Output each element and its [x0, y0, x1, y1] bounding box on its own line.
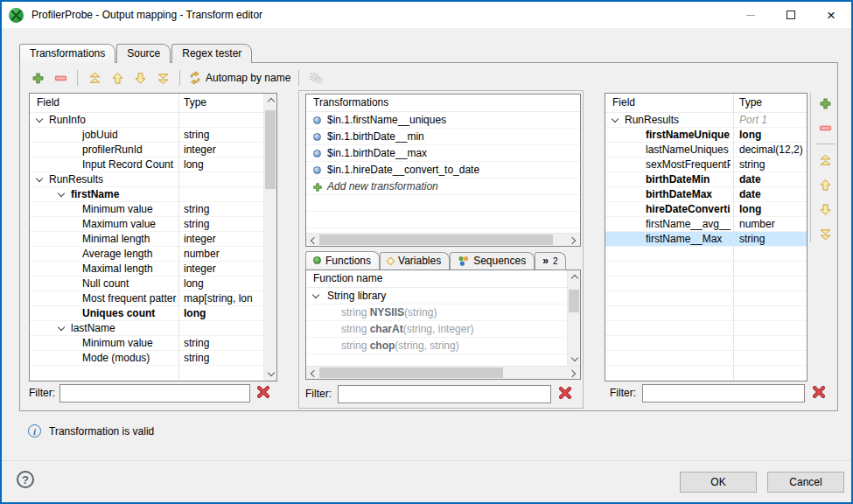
move-top-button[interactable] — [86, 69, 103, 87]
field-row[interactable]: Minimum valuestring — [30, 336, 263, 351]
field-row[interactable]: firstName__Maxstring — [605, 232, 807, 247]
cancel-button[interactable]: Cancel — [767, 472, 844, 493]
function-row[interactable]: string NYSIIS(string) — [306, 304, 567, 321]
tab-functions[interactable]: Functions — [305, 251, 380, 270]
function-library-row[interactable]: String library — [306, 288, 567, 304]
function-row[interactable]: string chop(string, string) — [306, 338, 567, 354]
chevron-down-icon[interactable] — [58, 324, 65, 331]
add-output-field-button[interactable] — [817, 94, 835, 112]
tab-overflow[interactable]: »2 — [535, 252, 566, 270]
tab-sequences[interactable]: Sequences — [450, 252, 535, 270]
tab-variables[interactable]: Variables — [380, 252, 450, 270]
transformation-item[interactable]: $in.1.firstName__uniques — [306, 112, 580, 129]
vertical-scrollbar[interactable] — [567, 270, 580, 366]
field-row[interactable]: firstNameUniquelong — [605, 128, 807, 143]
field-row[interactable]: birthDateMindate — [605, 172, 807, 187]
transformation-item[interactable]: $in.1.hireDate__convert_to_date — [306, 162, 580, 178]
transformation-icon — [313, 166, 321, 174]
field-row[interactable]: Null countlong — [30, 276, 263, 291]
field-row[interactable]: Maximal lengthinteger — [30, 262, 263, 276]
chevron-down-icon[interactable] — [36, 175, 43, 182]
clear-filter-button[interactable] — [559, 387, 573, 401]
gears-icon — [308, 71, 324, 85]
transformation-item[interactable]: $in.1.birthDate__min — [306, 129, 580, 145]
source-table-header: Field Type — [30, 94, 276, 113]
empty-row — [605, 276, 807, 291]
chevron-down-icon[interactable] — [58, 190, 65, 197]
field-row[interactable]: Maximum valuestring — [30, 217, 263, 232]
field-row[interactable]: Uniques countlong — [30, 306, 263, 321]
move-up-button[interactable] — [108, 69, 126, 87]
move-bottom-button[interactable] — [817, 225, 835, 242]
field-row[interactable]: hireDateConvertilong — [605, 202, 807, 217]
status-message: Transformation is valid — [49, 425, 154, 438]
field-name: RunResults — [49, 172, 211, 186]
scrollbar-thumb[interactable] — [319, 234, 553, 245]
minimize-button[interactable] — [731, 2, 771, 28]
scrollbar-thumb[interactable] — [569, 290, 579, 312]
source-filter-input[interactable] — [59, 384, 250, 402]
maximize-button[interactable] — [771, 2, 811, 28]
chevron-down-icon[interactable] — [612, 116, 619, 122]
plus-icon — [31, 72, 45, 85]
add-field-button[interactable] — [29, 69, 46, 87]
return-type: string — [341, 323, 370, 335]
remove-output-field-button[interactable] — [817, 119, 835, 136]
move-down-button[interactable] — [131, 69, 149, 87]
toolbar-separator — [298, 70, 299, 86]
remove-field-button[interactable] — [52, 69, 69, 87]
arrow-up-icon — [819, 178, 832, 192]
scroll-up-icon — [267, 98, 274, 105]
chevron-down-icon[interactable] — [312, 291, 319, 298]
field-row[interactable]: profilerRunIdinteger — [30, 143, 263, 158]
field-row[interactable]: RunInfo — [30, 113, 263, 128]
help-button[interactable]: ? — [17, 471, 34, 488]
vertical-scrollbar[interactable] — [263, 94, 276, 381]
field-row[interactable]: lastNameUniquesdecimal(12,2) — [605, 143, 807, 158]
field-row[interactable]: firstName__avg__lnumber — [605, 217, 807, 232]
field-row[interactable]: Mode (modus)string — [30, 351, 263, 366]
field-type: string — [184, 128, 262, 142]
automap-icon — [188, 71, 202, 85]
move-top-button[interactable] — [817, 151, 835, 169]
ok-button[interactable]: OK — [680, 472, 757, 493]
move-bottom-button[interactable] — [154, 69, 171, 87]
horizontal-scrollbar[interactable] — [306, 233, 580, 246]
function-row[interactable]: string charAt(string, integer) — [306, 321, 567, 338]
clear-filter-button[interactable] — [257, 386, 271, 400]
automap-by-name-button[interactable]: Automap by name — [188, 71, 290, 85]
transformations-filter-input[interactable] — [338, 385, 551, 403]
tab-regex-tester[interactable]: Regex tester — [171, 44, 252, 63]
move-up-button[interactable] — [817, 176, 835, 193]
source-fields-table: Field Type RunInfojobUuidstringprofilerR… — [29, 93, 277, 382]
field-row[interactable]: Minimal lengthinteger — [30, 232, 263, 247]
settings-gears-button-disabled[interactable] — [307, 69, 325, 87]
clear-filter-button[interactable] — [813, 386, 827, 400]
tab-source[interactable]: Source — [116, 44, 171, 63]
tab-transformations[interactable]: Transformations — [19, 44, 115, 63]
output-filter-input[interactable] — [642, 384, 805, 402]
scrollbar-thumb[interactable] — [319, 368, 503, 378]
column-header-type: Type — [184, 96, 206, 108]
transformation-item[interactable]: $in.1.birthDate__max — [306, 145, 580, 162]
minus-icon — [819, 122, 832, 135]
field-name: birthDateMax — [646, 187, 731, 201]
field-row[interactable]: Average lengthnumber — [30, 247, 263, 262]
field-row[interactable]: Most frequent pattermap[string, lon — [30, 291, 263, 306]
scrollbar-thumb[interactable] — [265, 110, 276, 189]
field-row[interactable]: lastName — [30, 321, 263, 336]
field-row[interactable]: RunResults — [30, 172, 263, 187]
field-row[interactable]: jobUuidstring — [30, 128, 263, 143]
move-down-button[interactable] — [817, 200, 835, 218]
field-row[interactable]: sexMostFrequentPstring — [605, 158, 807, 172]
transformations-tab-page: Automap by name Field Type RunInfojobUui… — [19, 62, 838, 411]
field-row[interactable]: Minimum valuestring — [30, 202, 263, 217]
field-row[interactable]: firstName — [30, 187, 263, 202]
add-transformation-row[interactable]: Add new transformation — [306, 178, 580, 195]
horizontal-scrollbar[interactable] — [306, 366, 580, 379]
field-row[interactable]: Input Record Countlong — [30, 158, 263, 172]
close-button[interactable]: × — [811, 2, 851, 28]
field-row[interactable]: birthDateMaxdate — [605, 187, 807, 202]
record-root-row[interactable]: RunResultsPort 1 — [605, 113, 807, 128]
chevron-down-icon[interactable] — [36, 116, 43, 122]
